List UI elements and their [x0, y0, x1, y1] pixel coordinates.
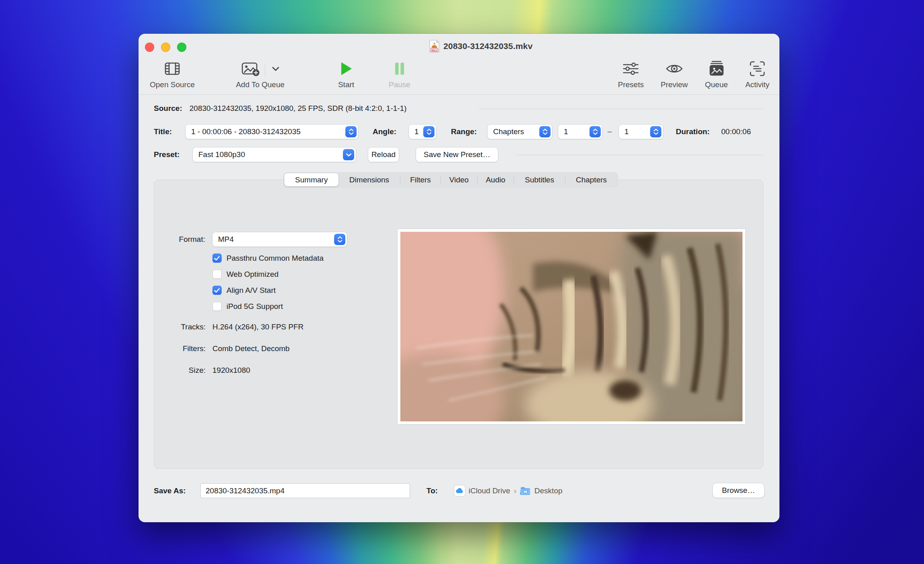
destination-path[interactable]: iCloud Drive › Desktop [454, 483, 563, 498]
mkv-file-icon: MKV [429, 39, 440, 53]
open-source-button[interactable]: Open Source [150, 57, 195, 89]
kitten-preview-image [400, 232, 742, 421]
browse-button[interactable]: Browse… [713, 483, 764, 498]
photo-stack-icon [707, 57, 726, 80]
range-dash: – [608, 127, 612, 136]
eye-icon [665, 57, 684, 80]
tab-dimensions[interactable]: Dimensions [339, 173, 400, 186]
stepper-icon [650, 126, 661, 137]
stepper-icon [345, 126, 357, 137]
format-label: Format: [173, 235, 205, 244]
filters-value: Comb Detect, Decomb [212, 344, 290, 353]
stepper-icon [589, 126, 601, 137]
preview-button[interactable]: Preview [661, 57, 688, 89]
checkbox-ipod-5g-support[interactable] [212, 302, 222, 311]
checkbox-label: Align A/V Start [226, 286, 276, 295]
angle-label: Angle: [373, 127, 396, 136]
icloud-drive-label: iCloud Drive [469, 486, 510, 495]
zoom-button[interactable] [177, 43, 186, 52]
start-button[interactable]: Start [338, 57, 354, 89]
stepper-icon [334, 234, 345, 245]
preview-image-frame [397, 229, 746, 425]
save-new-preset-button[interactable]: Save New Preset… [416, 147, 498, 162]
desktop-folder-icon [520, 486, 531, 495]
desktop-folder-label: Desktop [534, 486, 563, 495]
traffic-lights [145, 43, 186, 52]
to-label: To: [426, 486, 438, 495]
checkbox-label: iPod 5G Support [226, 302, 283, 311]
source-divider [479, 109, 763, 109]
source-label: Source: [154, 104, 182, 113]
range-type-select[interactable]: Chapters [487, 125, 552, 139]
add-to-queue-label: Add To Queue [236, 80, 284, 89]
titlebar[interactable]: MKV 20830-312432035.mkv [139, 34, 779, 59]
activity-button[interactable]: Activity [745, 57, 769, 89]
tracks-value: H.264 (x264), 30 FPS PFR [212, 323, 304, 331]
checkbox-label: Web Optimized [226, 270, 279, 279]
photo-plus-icon [241, 60, 260, 78]
window-title-area: MKV 20830-312432035.mkv [429, 39, 532, 53]
size-row: Size: 1920x1080 [154, 366, 250, 375]
preview-label: Preview [661, 80, 688, 89]
duration-value: 00:00:06 [721, 127, 751, 136]
add-to-queue-icon-group [241, 57, 280, 80]
pause-icon [394, 57, 405, 80]
queue-button[interactable]: Queue [705, 57, 728, 89]
film-strip-icon [163, 57, 182, 80]
size-label: Size: [154, 366, 206, 375]
minimize-button[interactable] [161, 43, 170, 52]
path-separator: › [514, 486, 516, 495]
activity-label: Activity [745, 80, 769, 89]
tracks-label: Tracks: [154, 323, 206, 331]
start-label: Start [338, 80, 354, 89]
title-label: Title: [154, 127, 172, 136]
chevron-down-icon [343, 149, 354, 160]
preset-divider [516, 155, 763, 155]
toolbar-divider [139, 94, 779, 95]
range-label: Range: [451, 127, 477, 136]
preset-label: Preset: [154, 150, 179, 159]
start-play-icon [339, 57, 353, 80]
svg-text:MKV: MKV [432, 49, 438, 51]
range-from-select[interactable]: 1 [558, 125, 602, 139]
range-to-select[interactable]: 1 [619, 125, 663, 139]
tab-audio[interactable]: Audio [477, 173, 514, 186]
angle-select[interactable]: 1 [409, 125, 436, 139]
chevron-down-icon[interactable] [271, 60, 280, 78]
title-select[interactable]: 1 - 00:00:06 - 20830-312432035 [186, 125, 358, 139]
tab-video[interactable]: Video [441, 173, 477, 186]
queue-label: Queue [705, 80, 728, 89]
activity-log-icon [749, 57, 766, 80]
window-title: 20830-312432035.mkv [443, 41, 532, 51]
tab-summary[interactable]: Summary [284, 173, 339, 186]
presets-label: Presets [618, 80, 644, 89]
pause-button: Pause [389, 57, 410, 89]
tab-chapters[interactable]: Chapters [565, 173, 617, 186]
destination-row: Save As: To: iCloud Drive › Desktop [139, 483, 779, 499]
source-value: 20830-312432035, 1920x1080, 25 FPS, SDR … [190, 104, 407, 113]
stepper-icon [539, 126, 551, 137]
filters-label: Filters: [154, 344, 206, 353]
save-as-input[interactable] [200, 483, 410, 498]
reload-button[interactable]: Reload [368, 147, 399, 162]
add-to-queue-button[interactable]: Add To Queue [236, 57, 284, 89]
presets-button[interactable]: Presets [618, 57, 644, 89]
checkbox-align-av-start[interactable] [212, 286, 222, 295]
stepper-icon [423, 126, 434, 137]
format-select[interactable]: MP4 [212, 232, 347, 247]
pause-label: Pause [389, 80, 410, 89]
tab-subtitles[interactable]: Subtitles [514, 173, 565, 186]
checkbox-web-optimized[interactable] [212, 270, 222, 279]
open-source-label: Open Source [150, 80, 195, 89]
duration-label: Duration: [676, 127, 710, 136]
preset-select[interactable]: Fast 1080p30 [193, 147, 356, 162]
checkbox-passthru-common-metadata[interactable] [212, 253, 222, 263]
close-button[interactable] [145, 43, 154, 52]
tab-filters[interactable]: Filters [400, 173, 441, 186]
tab-bar: Summary Dimensions Filters Video Audio S… [284, 172, 618, 187]
tracks-row: Tracks: H.264 (x264), 30 FPS PFR [154, 323, 304, 331]
sliders-icon [622, 57, 640, 80]
icloud-drive-icon [454, 485, 465, 496]
checkbox-label: Passthru Common Metadata [226, 254, 324, 263]
save-as-label: Save As: [154, 486, 186, 495]
